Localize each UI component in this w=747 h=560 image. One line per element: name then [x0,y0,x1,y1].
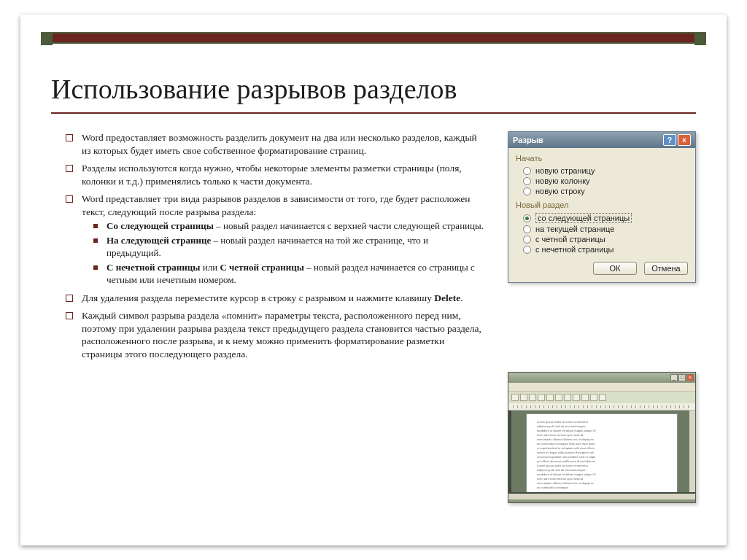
radio-new-line[interactable]: новую строку [516,186,688,196]
radio-current-page[interactable]: на текущей странице [516,224,688,234]
sub-bold: Со следующей страницы [107,220,214,231]
radio-icon [523,167,531,175]
decorative-square-right [694,34,706,45]
toolbar-icon[interactable] [546,394,554,401]
bullet-item: Разделы используются когда нужно, чтобы … [61,162,484,187]
slide: Использование разрывов разделов Word пре… [20,15,727,545]
radio-label: с нечетной страницы [535,245,614,254]
bullet-text: Каждый символ разрыва раздела «помнит» п… [82,310,481,359]
dialog-actions: ОК Отмена [516,254,688,275]
bullet-item: Word предоставляет возможность разделить… [61,131,484,157]
group-label-start: Начать [516,154,688,163]
toolbar-icon[interactable] [590,394,597,401]
title-area: Использование разрывов разделов [51,73,696,114]
toolbar-icon[interactable] [564,394,571,401]
close-icon[interactable]: × [686,374,694,381]
radio-label: на текущей странице [535,225,614,233]
radio-icon [523,177,531,185]
radio-icon [523,236,531,244]
thumb-page-area: Lorem ipsum dolor sit amet consectetur a… [511,411,692,492]
thumb-ruler [508,403,695,411]
radio-label: с четной страницы [535,235,605,244]
radio-label: новую страницу [535,166,595,175]
sub-bullet-item: С нечетной страницы или С четной страниц… [82,262,484,287]
sub-bullet-item: На следующей странице – новый раздел нач… [82,235,484,260]
radio-label: новую колонку [535,176,590,185]
radio-odd-page[interactable]: с нечетной страницы [516,244,688,254]
maximize-icon[interactable]: □ [678,374,686,381]
toolbar-icon[interactable] [511,394,519,401]
thumb-scrollbar-vertical[interactable] [689,411,695,492]
radio-icon [523,225,531,233]
bullet-text: Разделы используются когда нужно, чтобы … [82,163,462,187]
radio-icon [523,187,531,195]
thumb-statusbar [508,499,695,502]
break-dialog: Разрыв ? × Начать новую страницу новую к… [508,131,696,283]
cancel-button[interactable]: Отмена [644,262,688,275]
bullet-text: Word предоставляет возможность разделить… [82,132,477,156]
slide-title: Использование разрывов разделов [51,73,696,105]
bullet-item: Каждый символ разрыва раздела «помнит» п… [61,309,484,360]
radio-next-page[interactable]: со следующей страницы [516,212,688,224]
radio-new-page[interactable]: новую страницу [516,166,688,176]
toolbar-icon[interactable] [573,394,580,401]
minimize-icon[interactable]: _ [670,374,678,381]
radio-even-page[interactable]: с четной страницы [516,234,688,244]
dialog-titlebar[interactable]: Разрыв ? × [508,132,695,148]
radio-label: новую строку [535,187,585,195]
thumb-scrollbar-horizontal[interactable] [508,494,695,499]
thumb-menubar [508,383,695,392]
toolbar-icon[interactable] [555,394,562,401]
dialog-title: Разрыв [513,136,662,144]
bullet-text: Для удаления раздела переместите курсор … [82,292,434,303]
decorative-top-rule [41,32,706,44]
bullet-text: Word представляет три вида разрывов разд… [82,193,471,217]
radio-icon [523,246,531,254]
toolbar-icon[interactable] [538,394,545,401]
body-content: Word предоставляет возможность разделить… [61,131,484,365]
sub-bullet-item: Со следующей страницы – новый раздел нач… [82,220,484,233]
ok-button[interactable]: ОК [593,262,637,275]
dialog-body: Начать новую страницу новую колонку нову… [508,148,695,282]
help-button[interactable]: ? [663,134,676,146]
bullet-item: Word представляет три вида разрывов разд… [61,192,484,287]
radio-icon-selected [523,214,531,222]
thumb-titlebar: _ □ × [508,373,695,383]
group-label-section: Новый раздел [516,201,688,209]
thumb-page: Lorem ipsum dolor sit amet consectetur a… [526,413,678,492]
close-button[interactable]: × [678,134,691,146]
thumb-toolbar [508,392,695,403]
radio-new-column[interactable]: новую колонку [516,176,688,186]
sub-bold: На следующей странице [107,235,211,246]
title-underline [51,112,696,114]
sub-text: – новый раздел начинается с верхней част… [214,220,484,231]
bullet-text: . [460,292,462,303]
bullet-item: Для удаления раздела переместите курсор … [61,292,484,305]
sub-text: или [200,262,220,273]
word-screenshot-thumbnail: _ □ × Lorem ipsum dolor sit amet consect… [508,372,696,503]
radio-label: со следующей страницы [535,213,632,223]
toolbar-icon[interactable] [581,394,589,401]
toolbar-icon[interactable] [520,394,527,401]
sub-bold: С нечетной страницы [107,262,200,273]
sub-bold: С четной страницы [220,262,304,273]
toolbar-icon[interactable] [529,394,536,401]
decorative-square-left [41,34,53,45]
toolbar-icon[interactable] [599,394,606,401]
bullet-bold: Delete [434,292,460,303]
